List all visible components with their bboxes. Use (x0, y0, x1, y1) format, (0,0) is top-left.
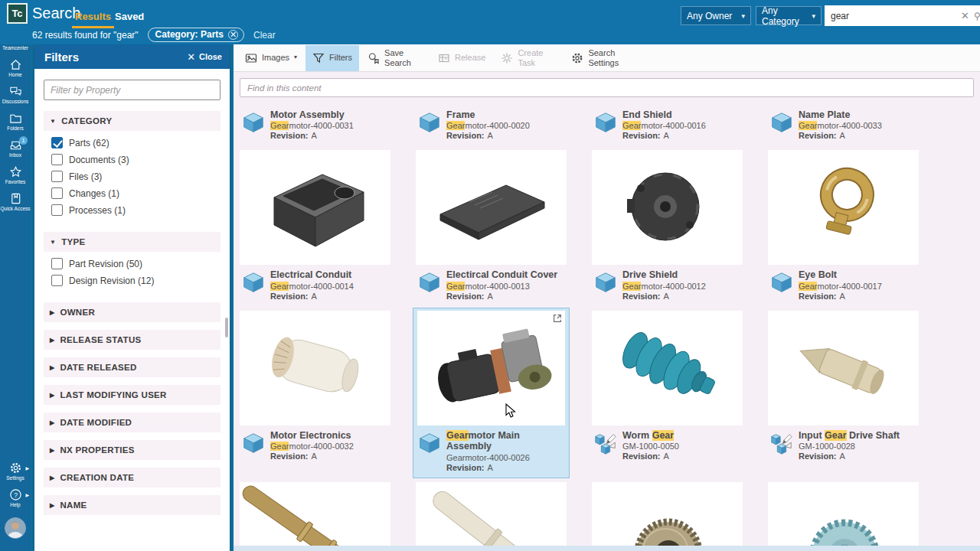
part-thumbnail[interactable] (768, 482, 919, 546)
checkbox[interactable] (51, 275, 63, 286)
filter-section-nx-properties[interactable]: ▶NX PROPERTIES (44, 440, 220, 460)
part-thumbnail[interactable] (240, 482, 390, 546)
part-thumbnail[interactable] (768, 311, 919, 425)
result-tile[interactable] (592, 482, 743, 546)
tile-caption: Input Gear Drive ShaftGM-1000-0028Revisi… (768, 425, 919, 464)
part-thumbnail[interactable] (768, 150, 919, 265)
filter-option[interactable]: Parts (62) (51, 137, 220, 148)
find-in-content-input[interactable] (240, 78, 974, 97)
result-tile[interactable]: Gearmotor Main AssemblyGearmotor-4000-00… (416, 311, 567, 475)
search-input[interactable] (825, 11, 956, 21)
result-tile[interactable]: Eye BoltGearmotor-4000-0017Revision:A (768, 150, 919, 303)
tab-saved[interactable]: Saved (115, 11, 144, 22)
filters-toggle-button[interactable]: Filters (305, 45, 359, 71)
result-tile[interactable] (768, 482, 919, 546)
sidebar-item-inbox[interactable]: 1 Inbox (0, 135, 31, 161)
part-name[interactable]: Input Gear Drive Shaft (799, 430, 900, 441)
part-name[interactable]: Drive Shield (622, 269, 706, 280)
open-in-new-icon[interactable] (552, 313, 563, 324)
release-button[interactable]: Release (431, 45, 492, 71)
part-name[interactable]: Gearmotor Main Assembly (446, 430, 565, 452)
triangle-right-icon: ▶ (50, 337, 54, 344)
result-tile[interactable]: Drive ShieldGearmotor-4000-0012Revision:… (592, 150, 743, 303)
part-name[interactable]: Motor Electronics (270, 430, 354, 441)
result-tile[interactable]: FrameGearmotor-4000-0020Revision:A (416, 105, 567, 143)
filter-section-owner[interactable]: ▶OWNER (44, 302, 220, 322)
checkbox[interactable] (51, 204, 63, 216)
part-name[interactable]: Motor Assembly (270, 109, 354, 120)
part-thumbnail[interactable] (240, 311, 390, 425)
part-name[interactable]: Frame (446, 109, 530, 120)
checkbox[interactable] (51, 154, 63, 165)
part-name[interactable]: Worm Gear (622, 430, 679, 441)
owner-dropdown[interactable]: Any Owner▾ (681, 6, 751, 25)
checkbox[interactable] (51, 187, 63, 199)
sidebar-item-help[interactable]: ? ▶ Help (0, 484, 31, 511)
part-name[interactable]: Electircal Conduit Cover (446, 269, 557, 280)
filter-section-category[interactable]: ▼CATEGORY (44, 111, 220, 131)
design-revision-icon (593, 431, 618, 458)
part-thumbnail[interactable] (592, 311, 743, 425)
part-name[interactable]: End Shield (622, 109, 706, 120)
part-name[interactable]: Name Plate (799, 109, 882, 120)
part-thumbnail[interactable] (416, 482, 567, 546)
design-revision-icon (769, 431, 794, 455)
result-tile[interactable]: Electircal Conduit CoverGearmotor-4000-0… (416, 150, 567, 303)
clear-filters-link[interactable]: Clear (253, 30, 276, 41)
filter-option[interactable]: Documents (3) (51, 154, 220, 165)
checkbox[interactable] (51, 258, 63, 269)
tab-results[interactable]: Results (75, 11, 111, 22)
sidebar-item-home[interactable]: Home (0, 54, 31, 81)
filter-option[interactable]: Part Revision (50) (51, 258, 220, 269)
filter-section-creation-date[interactable]: ▶CREATION DATE (44, 468, 220, 487)
result-tile[interactable]: End ShieldGearmotor-4000-0016Revision:A (592, 105, 743, 143)
sidebar-item-discussions[interactable]: Discussions (0, 81, 31, 108)
filter-section-name[interactable]: ▶NAME (44, 495, 220, 515)
result-tile[interactable]: Worm GearGM-1000-0050Revision:A (592, 311, 743, 475)
sidebar-item-quick-access[interactable]: Quick Access (0, 188, 31, 215)
category-dropdown[interactable]: Any Category▾ (756, 6, 822, 25)
filter-section-last-modifying-user[interactable]: ▶LAST MODIFYING USER (44, 385, 220, 405)
chip-remove-icon[interactable]: ✕ (228, 30, 238, 40)
result-tile[interactable] (240, 482, 390, 546)
part-thumbnail[interactable] (592, 482, 743, 546)
part-name[interactable]: Eye Bolt (799, 269, 882, 280)
filters-panel: Filters ✕ Close ▼CATEGORYParts (62)Docum… (34, 44, 230, 551)
result-tile[interactable]: Electrical ConduitGearmotor-4000-0014Rev… (240, 150, 390, 303)
sidebar-item-settings[interactable]: ▶ Settings (0, 458, 31, 484)
filter-section-date-released[interactable]: ▶DATE RELEASED (44, 357, 220, 377)
sidebar-item-folders[interactable]: Folders (0, 108, 31, 135)
result-tile[interactable] (416, 482, 567, 546)
search-icon[interactable]: ⚲ (974, 11, 980, 21)
checkbox[interactable] (51, 137, 63, 148)
clear-search-icon[interactable]: ✕ (956, 10, 974, 21)
close-filters-button[interactable]: ✕ Close (187, 51, 222, 63)
filter-option[interactable]: Files (3) (51, 171, 220, 182)
checkbox[interactable] (51, 171, 63, 182)
part-thumbnail[interactable] (416, 150, 567, 265)
result-tile[interactable]: Input Gear Drive ShaftGM-1000-0028Revisi… (768, 311, 919, 475)
filter-section-release-status[interactable]: ▶RELEASE STATUS (44, 330, 220, 350)
filter-option[interactable]: Design Revision (12) (51, 275, 220, 286)
create-task-button[interactable]: Create Task (494, 45, 563, 71)
result-tile[interactable]: Name PlateGearmotor-4000-0033Revision:A (768, 105, 919, 143)
part-thumbnail[interactable] (417, 311, 565, 425)
part-revision-cube-icon (241, 110, 266, 135)
filter-option[interactable]: Changes (1) (51, 187, 220, 199)
result-tile[interactable]: Motor ElectronicsGearmotor-4000-0032Revi… (240, 311, 390, 475)
result-tile[interactable]: Motor AssemblyGearmotor-4000-0031Revisio… (240, 105, 390, 143)
images-view-button[interactable]: Images ▾ (238, 45, 304, 71)
part-thumbnail[interactable] (240, 150, 390, 265)
filter-section-type[interactable]: ▼TYPE (44, 232, 220, 252)
filter-section-date-modified[interactable]: ▶DATE MODIFIED (44, 412, 220, 432)
panel-scrollbar[interactable] (225, 318, 228, 337)
filter-option[interactable]: Processes (1) (51, 204, 220, 216)
category-filter-chip[interactable]: Category: Parts ✕ (148, 28, 244, 42)
search-settings-button[interactable]: Search Settings (564, 45, 633, 71)
part-name[interactable]: Electrical Conduit (270, 269, 354, 280)
filter-by-property-input[interactable] (44, 80, 220, 100)
part-thumbnail[interactable] (592, 150, 743, 265)
user-avatar[interactable] (5, 517, 26, 539)
save-search-button[interactable]: Save Search (361, 45, 430, 71)
sidebar-item-favorites[interactable]: Favorites (0, 161, 31, 188)
